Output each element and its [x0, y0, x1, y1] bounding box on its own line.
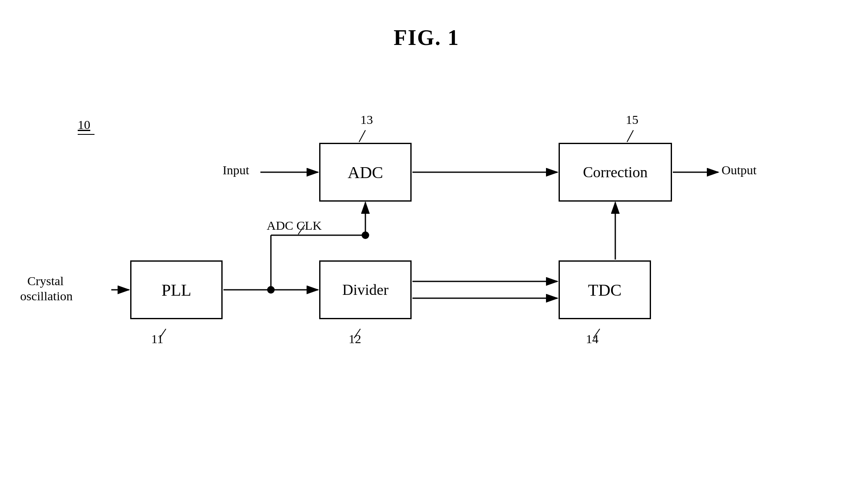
diagram-svg — [0, 0, 853, 504]
ref-12: 12 — [349, 332, 361, 346]
svg-line-18 — [627, 130, 633, 142]
ref-11: 11 — [151, 332, 163, 346]
pll-block: PLL — [130, 260, 223, 319]
adc-clk-label: ADC CLK — [267, 218, 322, 233]
crystal-label2: oscillation — [20, 289, 73, 303]
ref-10: 10 — [78, 118, 90, 132]
figure-title: FIG. 1 — [394, 25, 459, 50]
divider-block: Divider — [319, 260, 412, 319]
ref-13: 13 — [360, 113, 373, 127]
adc-block: ADC — [319, 143, 412, 202]
svg-point-14 — [362, 231, 369, 239]
ref-14: 14 — [586, 332, 598, 346]
svg-line-17 — [359, 130, 365, 142]
svg-point-7 — [267, 286, 275, 294]
ref-15: 15 — [626, 113, 638, 127]
correction-block: Correction — [559, 143, 672, 202]
crystal-label1: Crystal — [27, 274, 64, 288]
tdc-block: TDC — [559, 260, 651, 319]
output-label: Output — [722, 163, 756, 177]
input-label: Input — [223, 163, 249, 177]
